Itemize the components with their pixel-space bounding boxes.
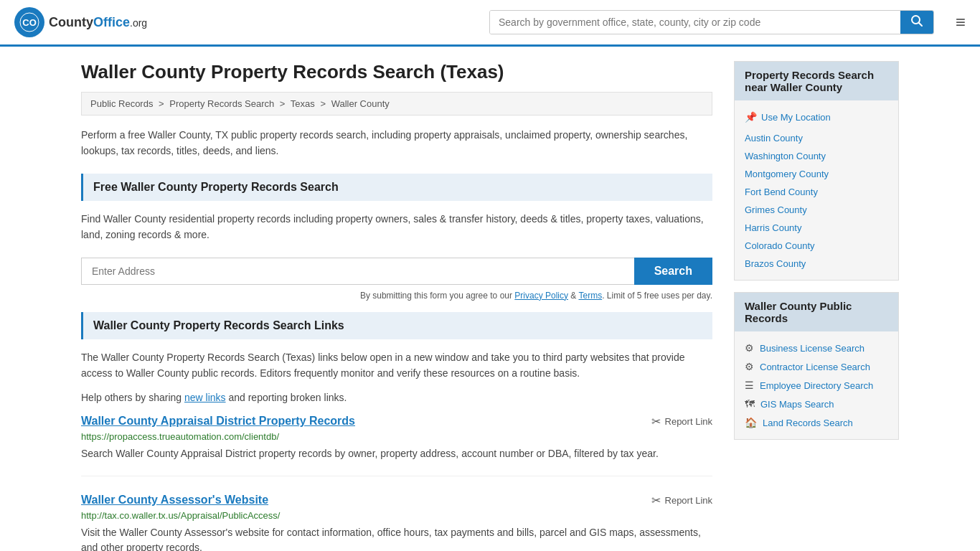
- pr-label-2: Employee Directory Search: [760, 380, 873, 391]
- breadcrumb-property-records-search[interactable]: Property Records Search: [169, 98, 274, 109]
- breadcrumb: Public Records > Property Records Search…: [81, 92, 712, 116]
- sidebar: Property Records Search near Waller Coun…: [734, 61, 899, 551]
- link-url-0[interactable]: https://propaccess.trueautomation.com/cl…: [81, 431, 712, 442]
- pr-icon-2: ☰: [745, 380, 754, 391]
- address-search-button[interactable]: Search: [634, 258, 712, 285]
- site-header: CO CountyOffice.org ≡: [0, 0, 980, 47]
- public-records-link-1[interactable]: ⚙Contractor License Search: [745, 357, 888, 376]
- public-records-link-2[interactable]: ☰Employee Directory Search: [745, 376, 888, 395]
- report-link-1[interactable]: ✂ Report Link: [651, 494, 712, 507]
- privacy-policy-link[interactable]: Privacy Policy: [514, 291, 568, 301]
- public-records-content: ⚙Business License Search⚙Contractor Lice…: [735, 331, 898, 439]
- pr-label-1: Contractor License Search: [760, 362, 870, 372]
- free-search-description: Find Waller County residential property …: [81, 211, 712, 243]
- public-records-links-list: ⚙Business License Search⚙Contractor Lice…: [745, 339, 888, 432]
- public-records-header: Waller County Public Records: [735, 293, 898, 331]
- logo-text: CountyOffice.org: [49, 15, 147, 30]
- public-records-link-0[interactable]: ⚙Business License Search: [745, 339, 888, 357]
- pr-icon-4: 🏠: [745, 417, 757, 428]
- global-search-input[interactable]: [490, 11, 900, 34]
- pr-icon-1: ⚙: [745, 361, 754, 372]
- links-section-header: Waller County Property Records Search Li…: [81, 312, 712, 339]
- svg-text:CO: CO: [22, 17, 37, 28]
- global-search-bar: [489, 10, 934, 34]
- link-item: Waller County Appraisal District Propert…: [81, 415, 712, 476]
- terms-link[interactable]: Terms: [578, 291, 602, 301]
- pr-icon-3: 🗺: [745, 398, 755, 410]
- page-title: Waller County Property Records Search (T…: [81, 61, 712, 83]
- pr-label-4: Land Records Search: [763, 418, 853, 428]
- help-text: Help others by sharing new links and rep…: [81, 390, 712, 405]
- link-item-header: Waller County Assessor's Website ✂ Repor…: [81, 494, 712, 507]
- nearby-county-1[interactable]: Washington County: [745, 147, 888, 165]
- free-search-header: Free Waller County Property Records Sear…: [81, 174, 712, 201]
- report-link-0[interactable]: ✂ Report Link: [651, 415, 712, 428]
- nearby-counties-list: Austin CountyWashington CountyMontgomery…: [745, 129, 888, 273]
- use-location-button[interactable]: 📌 Use My Location: [745, 108, 888, 126]
- report-icon-0: ✂: [651, 415, 661, 428]
- hamburger-menu-icon[interactable]: ≡: [956, 12, 966, 32]
- report-icon-1: ✂: [651, 494, 661, 507]
- address-search-form: Search By submitting this form you agree…: [81, 258, 712, 301]
- nearby-header: Property Records Search near Waller Coun…: [735, 62, 898, 100]
- link-item-header: Waller County Appraisal District Propert…: [81, 415, 712, 428]
- links-section-desc: The Waller County Property Records Searc…: [81, 349, 712, 382]
- nearby-county-3[interactable]: Fort Bend County: [745, 183, 888, 201]
- global-search-button[interactable]: [900, 11, 933, 34]
- links-container: Waller County Appraisal District Propert…: [81, 415, 712, 551]
- pr-label-0: Business License Search: [760, 343, 864, 354]
- breadcrumb-public-records[interactable]: Public Records: [90, 98, 153, 109]
- search-input-row: Search: [81, 258, 712, 285]
- pr-icon-0: ⚙: [745, 342, 754, 354]
- nearby-county-4[interactable]: Grimes County: [745, 201, 888, 219]
- page-description: Perform a free Waller County, TX public …: [81, 127, 712, 159]
- pr-label-3: GIS Maps Search: [760, 399, 834, 410]
- address-search-input[interactable]: [81, 258, 634, 285]
- link-url-1[interactable]: http://tax.co.waller.tx.us/Appraisal/Pub…: [81, 510, 712, 521]
- public-records-box: Waller County Public Records ⚙Business L…: [734, 292, 899, 440]
- main-content: Waller County Property Records Search (T…: [81, 61, 712, 551]
- breadcrumb-texas[interactable]: Texas: [291, 98, 315, 109]
- nearby-county-5[interactable]: Harris County: [745, 219, 888, 237]
- nearby-county-2[interactable]: Montgomery County: [745, 165, 888, 183]
- nearby-box: Property Records Search near Waller Coun…: [734, 61, 899, 281]
- form-notice: By submitting this form you agree to our…: [81, 291, 712, 301]
- logo-link[interactable]: CO CountyOffice.org: [14, 7, 147, 37]
- pin-icon: 📌: [745, 111, 757, 123]
- public-records-link-4[interactable]: 🏠Land Records Search: [745, 413, 888, 432]
- new-links-link[interactable]: new links: [184, 392, 226, 403]
- nearby-county-0[interactable]: Austin County: [745, 129, 888, 147]
- nearby-county-6[interactable]: Colorado County: [745, 237, 888, 255]
- breadcrumb-waller-county[interactable]: Waller County: [331, 98, 390, 109]
- link-title-1[interactable]: Waller County Assessor's Website: [81, 494, 268, 507]
- nearby-county-7[interactable]: Brazos County: [745, 255, 888, 273]
- public-records-link-3[interactable]: 🗺GIS Maps Search: [745, 395, 888, 413]
- link-title-0[interactable]: Waller County Appraisal District Propert…: [81, 415, 355, 428]
- link-desc-0: Search Waller County Appraisal District …: [81, 446, 712, 461]
- link-desc-1: Visit the Waller County Assessor's websi…: [81, 525, 712, 551]
- link-item: Waller County Assessor's Website ✂ Repor…: [81, 494, 712, 551]
- main-container: Waller County Property Records Search (T…: [67, 47, 913, 551]
- logo-icon: CO: [14, 7, 44, 37]
- svg-line-3: [918, 22, 922, 26]
- nearby-content: 📌 Use My Location Austin CountyWashingto…: [735, 100, 898, 280]
